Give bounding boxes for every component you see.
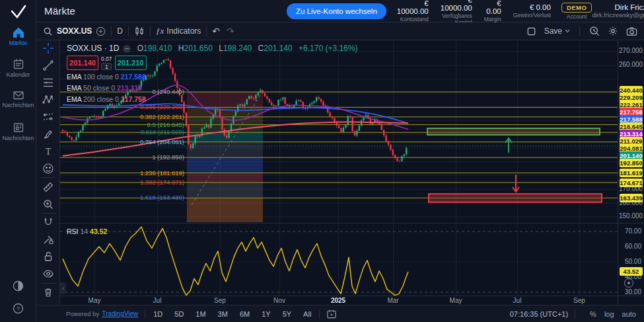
undo-icon[interactable]: ↶ (212, 26, 220, 36)
chart-legend[interactable]: SOXX.US · 1D– O198.410 H201.650 L198.240… (67, 44, 357, 53)
chart-panel: SOXX.US · 1D– O198.410 H201.650 L198.240… (60, 40, 644, 305)
time-axis-label[interactable]: 2025 (325, 297, 351, 304)
close-value: 201.140 (264, 44, 292, 53)
emoji-tool-icon[interactable] (42, 163, 54, 175)
time-axis-label[interactable]: Mar (380, 297, 406, 304)
low-value: 198.240 (223, 44, 252, 53)
price-chart[interactable] (60, 40, 644, 305)
open-value: 198.410 (143, 44, 172, 53)
chart-style-candles-icon[interactable] (134, 26, 145, 36)
go-to-date-icon[interactable] (326, 309, 337, 319)
news-icon (13, 122, 24, 134)
sell-button[interactable]: 201.140 (67, 56, 98, 70)
delete-drawings-trash-icon[interactable] (42, 286, 54, 298)
gear-icon[interactable] (608, 26, 618, 36)
indicator-value: 43.52 (90, 227, 107, 235)
search-icon[interactable] (43, 26, 53, 36)
brush-tool-icon[interactable] (42, 128, 54, 140)
time-axis-label[interactable]: Nov (266, 297, 293, 304)
interval-button[interactable]: D (117, 26, 123, 36)
magnet-tool-icon[interactable] (42, 216, 54, 228)
user-info[interactable]: Dirk Friczewsky dirk.friczewsky@gmail.co… (592, 3, 644, 19)
range-button-5d[interactable]: 5D (173, 309, 185, 319)
range-button-1y[interactable]: 1Y (260, 309, 271, 319)
log-scale-button[interactable]: log (604, 310, 614, 318)
lock-all-drawings-icon[interactable] (42, 251, 54, 262)
percent-scale-button[interactable]: % (590, 310, 596, 318)
sidebar-item-kalender[interactable]: Kalender (0, 58, 36, 78)
save-button[interactable]: Save (544, 26, 570, 36)
price-axis-label: 260.000 (619, 61, 641, 68)
add-symbol-icon[interactable] (96, 26, 106, 36)
range-button-6m[interactable]: 6M (238, 309, 251, 319)
buy-button[interactable]: 201.210 (115, 56, 147, 70)
indicator-value: 217.588 (121, 73, 146, 81)
projection-tool-icon[interactable] (42, 111, 54, 123)
tradingview-link[interactable]: TradingView (102, 310, 138, 317)
time-axis-label[interactable]: Jul (504, 297, 530, 304)
switch-to-live-button[interactable]: Zu Live-Konto wechseln (287, 3, 386, 19)
sidebar-item-nachrichten-mail[interactable]: Nachrichten (0, 90, 36, 108)
quick-search-clock-icon[interactable] (589, 26, 600, 36)
fullscreen-icon[interactable] (526, 26, 536, 36)
contrast-icon (13, 280, 24, 292)
indicator-name: EMA (67, 73, 81, 81)
collapse-legend-icon[interactable]: – (123, 45, 131, 53)
ema-200-legend[interactable]: EMA 200 close 0 217.758 (67, 95, 146, 103)
time-axis-label[interactable]: May (81, 297, 108, 304)
fx-icon: ƒx (156, 26, 164, 36)
indicator-value: 213.314 (117, 84, 142, 92)
powered-by-label: Powered by (66, 310, 99, 317)
high-value: 201.650 (184, 44, 212, 53)
rsi-value-badge[interactable]: 43.52 (620, 267, 643, 276)
price-axis-label: 150.000 (619, 212, 641, 220)
symbol-search-button[interactable]: SOXX.US (57, 26, 92, 36)
price-axis-badge[interactable]: 163.439 (620, 194, 643, 202)
fib-retracement-tool-icon[interactable] (42, 77, 54, 89)
range-button-1m[interactable]: 1M (194, 309, 207, 319)
trendline-tool-icon[interactable] (42, 60, 54, 71)
ema-50-legend[interactable]: EMA 50 close 0 213.314 (67, 84, 142, 92)
clock[interactable]: 07:16:35 (UTC+1) (510, 310, 568, 318)
drawing-mode-lock-icon[interactable] (42, 233, 54, 245)
indicator-name: EMA (67, 95, 81, 103)
time-axis-label[interactable]: Sep (207, 297, 233, 304)
rsi-legend[interactable]: RSI 14 43.52 (67, 227, 107, 235)
brand-logo[interactable] (9, 3, 28, 22)
indicator-name: EMA (67, 84, 81, 92)
camera-icon[interactable] (626, 26, 637, 36)
metric-margin: € 0.00 Margin (484, 0, 501, 22)
pattern-xabcd-tool-icon[interactable] (42, 94, 54, 106)
price-axis-badge[interactable]: 181.619 (620, 169, 643, 177)
lot-size-field[interactable]: 1 (101, 63, 112, 70)
crosshair-tool-icon[interactable] (42, 42, 54, 54)
range-button-all[interactable]: All (302, 309, 312, 319)
price-axis-badge[interactable]: 174.671 (620, 179, 643, 187)
auto-scale-button[interactable]: auto (622, 310, 636, 318)
trading-platform-window: Märkte Kalender Nachrichten Nachrichten … (0, 0, 644, 322)
theme-contrast-button[interactable] (0, 280, 36, 292)
metric-value: € 0.00 (484, 0, 501, 15)
sidebar-item-label: Nachrichten (0, 135, 36, 141)
sidebar-item-nachrichten-news[interactable]: Nachrichten (0, 122, 36, 141)
sidebar-item-maerkte[interactable]: Märkte (0, 26, 36, 46)
range-button-1d[interactable]: 1D (152, 309, 164, 319)
hide-drawings-eye-icon[interactable] (42, 268, 54, 280)
text-tool-icon[interactable]: T (42, 145, 54, 157)
time-axis-label[interactable]: May (443, 297, 469, 304)
scale-reset-icon[interactable] (624, 278, 633, 288)
redo-icon[interactable]: ↷ (227, 26, 234, 36)
metric-label: Kontostand (397, 16, 429, 22)
indicator-value: 217.758 (121, 95, 146, 103)
time-axis-label[interactable]: Sep (566, 297, 592, 304)
ruler-tool-icon[interactable] (42, 181, 54, 193)
help-button[interactable]: ? (0, 303, 36, 314)
ema-100-legend[interactable]: EMA 100 close 0 217.588 (67, 73, 146, 81)
time-axis-label[interactable]: Jul (144, 297, 170, 304)
range-button-3m[interactable]: 3M (217, 309, 229, 319)
price-axis-badge[interactable]: 192.850 (620, 159, 643, 167)
zoom-in-tool-icon[interactable] (42, 198, 54, 210)
pane-collapse-handle[interactable]: ‹ (60, 282, 66, 294)
range-button-5y[interactable]: 5Y (281, 309, 293, 319)
indicators-button[interactable]: ƒx Indicators (156, 26, 201, 36)
